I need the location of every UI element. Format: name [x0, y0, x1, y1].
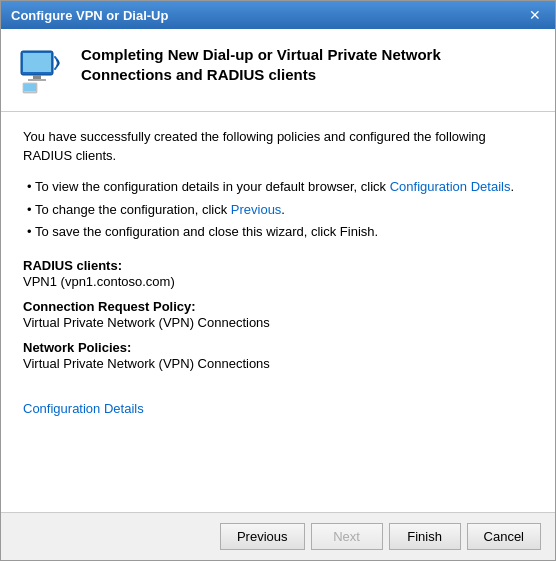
- finish-button[interactable]: Finish: [389, 523, 461, 550]
- svg-rect-5: [24, 84, 36, 91]
- bullet-item-1: To view the configuration details in you…: [27, 178, 533, 197]
- bullet-2-prefix: To change the configuration, click: [35, 202, 231, 217]
- footer: Previous Next Finish Cancel: [1, 512, 555, 560]
- radius-label: RADIUS clients:: [23, 258, 533, 273]
- svg-rect-3: [28, 79, 46, 81]
- title-bar: Configure VPN or Dial-Up ✕: [1, 1, 555, 29]
- summary-radius: RADIUS clients: VPN1 (vpn1.contoso.com): [23, 258, 533, 289]
- bullet-2-suffix: .: [281, 202, 285, 217]
- config-details-link-inline[interactable]: Configuration Details: [390, 179, 511, 194]
- wizard-icon: [17, 47, 67, 97]
- svg-rect-1: [23, 53, 51, 72]
- dialog-title: Configure VPN or Dial-Up: [11, 8, 168, 23]
- radius-value: VPN1 (vpn1.contoso.com): [23, 274, 533, 289]
- np-value: Virtual Private Network (VPN) Connection…: [23, 356, 533, 371]
- intro-text: You have successfully created the follow…: [23, 128, 533, 166]
- bullet-item-3: To save the configuration and close this…: [27, 223, 533, 242]
- summary-crp: Connection Request Policy: Virtual Priva…: [23, 299, 533, 330]
- crp-value: Virtual Private Network (VPN) Connection…: [23, 315, 533, 330]
- bullet-item-2: To change the configuration, click Previ…: [27, 201, 533, 220]
- config-link-area: Configuration Details: [23, 401, 533, 416]
- configuration-details-link[interactable]: Configuration Details: [23, 401, 144, 416]
- bullet-1-prefix: To view the configuration details in you…: [35, 179, 390, 194]
- crp-label: Connection Request Policy:: [23, 299, 533, 314]
- instruction-list: To view the configuration details in you…: [23, 178, 533, 243]
- summary-np: Network Policies: Virtual Private Networ…: [23, 340, 533, 371]
- previous-button[interactable]: Previous: [220, 523, 305, 550]
- cancel-button[interactable]: Cancel: [467, 523, 541, 550]
- dialog-window: Configure VPN or Dial-Up ✕ Completing Ne…: [0, 0, 556, 561]
- header-section: Completing New Dial-up or Virtual Privat…: [1, 29, 555, 112]
- previous-link-inline[interactable]: Previous: [231, 202, 282, 217]
- svg-rect-2: [33, 75, 41, 79]
- content-area: You have successfully created the follow…: [1, 112, 555, 512]
- bullet-3-text: To save the configuration and close this…: [35, 224, 378, 239]
- bullet-1-suffix: .: [510, 179, 514, 194]
- close-button[interactable]: ✕: [525, 7, 545, 23]
- np-label: Network Policies:: [23, 340, 533, 355]
- next-button[interactable]: Next: [311, 523, 383, 550]
- summary-section: RADIUS clients: VPN1 (vpn1.contoso.com) …: [23, 258, 533, 371]
- header-title: Completing New Dial-up or Virtual Privat…: [81, 45, 535, 86]
